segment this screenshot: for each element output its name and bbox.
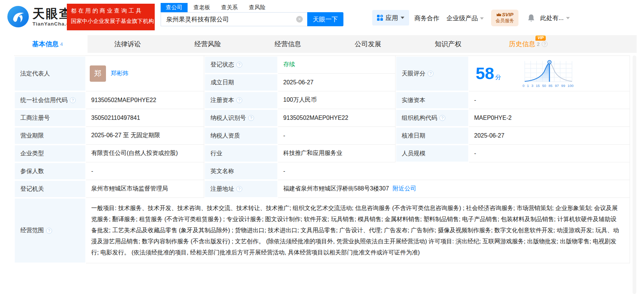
search-input[interactable]: [161, 12, 307, 26]
reg-status-label: 登记状态 ?: [204, 56, 278, 74]
registered-capital-value: 100万人民币: [278, 91, 395, 109]
label-text: 注册地址: [210, 185, 234, 193]
legal-rep-name-link[interactable]: 郑彬炜: [111, 70, 129, 77]
taxpayer-qualification-label: 纳税人资质: [204, 127, 278, 145]
tab-legal-litigation[interactable]: 法律诉讼: [88, 35, 168, 53]
crown-icon: [496, 13, 501, 17]
table-row-reg-status: 登记状态 ? 存续: [204, 56, 395, 74]
svip-member-button[interactable]: SVIP 会员服务: [491, 10, 518, 26]
clear-input-icon[interactable]: ×: [296, 16, 303, 23]
score-number: 58: [476, 65, 494, 82]
taxpayer-id-label: 纳税人识别号 ?: [204, 109, 278, 127]
tick-label: 0: [523, 84, 524, 88]
company-type-label: 企业类型: [14, 145, 86, 162]
table-row-business-term: 营业期限 2025-06-27 至 无固定期限 纳税人资质 - 核准日期 202…: [14, 127, 630, 145]
chevron-down-icon: [566, 17, 570, 19]
search-tab-company[interactable]: 查公司: [161, 3, 188, 12]
search-tab-boss[interactable]: 查老板: [193, 3, 210, 12]
label-text: 营业期限: [20, 132, 44, 140]
tab-operating-risk[interactable]: 经营风险: [168, 35, 248, 53]
tab-basic-info[interactable]: 基本信息 4: [7, 35, 88, 53]
search-tab-risk[interactable]: 查风险: [249, 3, 266, 12]
tab-history-info[interactable]: VIP 历史信息 2 ?: [488, 35, 568, 53]
help-icon[interactable]: ?: [439, 115, 445, 121]
search-tab-relation[interactable]: 查关系: [221, 3, 238, 12]
help-icon[interactable]: ?: [428, 71, 434, 77]
tab-basic-info-count: 4: [60, 41, 63, 47]
scrollbar-track[interactable]: [633, 55, 636, 294]
label-text: 经营范围: [20, 227, 44, 234]
business-scope-label: 经营范围 ?: [14, 198, 86, 263]
paid-in-capital-value: -: [469, 91, 630, 109]
help-icon[interactable]: ?: [70, 97, 76, 103]
help-icon[interactable]: ?: [236, 186, 242, 192]
taxpayer-qualification-value: -: [278, 127, 395, 145]
registered-address-value: 福建省泉州市鲤城区浮桥街588号3楼307 附近公司: [278, 180, 630, 198]
score-value-cell: 58 分: [469, 56, 630, 91]
registered-address-label: 注册地址 ?: [204, 180, 278, 198]
tab-operating-risk-label: 经营风险: [195, 40, 221, 48]
table-row-registration-number: 工商注册号 350502110497841 纳税人识别号 ? 91350502M…: [14, 109, 630, 127]
label-text: 登记状态: [210, 61, 234, 69]
chevron-down-icon: [480, 17, 484, 20]
apps-menu-button[interactable]: 应用: [372, 10, 409, 26]
registered-capital-label: 注册资本 ?: [204, 91, 278, 109]
search-button[interactable]: 天眼一下: [307, 12, 343, 26]
tab-company-development[interactable]: 公司发展: [328, 35, 408, 53]
registry-authority-value: 泉州市鲤城区市场监督管理局: [86, 180, 204, 198]
insured-count-label: 参保人数: [14, 162, 86, 180]
org-code-label: 组织机构代码 ?: [395, 109, 469, 127]
status-established-column: 登记状态 ? 存续 成立日期 2025-06-27: [204, 56, 395, 91]
paid-in-capital-label: 实缴资本: [395, 91, 469, 109]
company-info-table: 法定代表人 郑 郑彬炜 登记状态 ? 存续 成立日期 20: [14, 55, 630, 263]
business-scope-text: 一般项目: 技术服务、技术开发、技术咨询、技术交流、技术转让、技术推广; 组织文…: [86, 198, 630, 263]
industry-label: 行业: [204, 145, 278, 162]
help-icon[interactable]: ?: [248, 115, 254, 121]
label-text: 行业: [210, 150, 222, 158]
chevron-down-icon: [401, 17, 404, 19]
tab-history-info-count: 2: [537, 41, 539, 47]
label-text: 组织机构代码: [402, 114, 437, 122]
label-text: 法定代表人: [20, 70, 50, 78]
tianyancha-logo-icon: [7, 5, 30, 28]
help-icon[interactable]: ?: [46, 228, 52, 234]
nav-business-cooperation[interactable]: 商务合作: [414, 14, 439, 23]
promo-banner: 都在用的商业查询工具 国家中小企业发展子基金旗下机构: [67, 4, 155, 30]
address-text: 福建省泉州市鲤城区浮桥街588号3楼307: [283, 185, 389, 193]
avatar[interactable]: 郑: [90, 65, 106, 82]
help-icon[interactable]: ?: [236, 62, 242, 68]
notification-bell-icon[interactable]: [527, 14, 535, 24]
nearby-companies-link[interactable]: 附近公司: [393, 185, 416, 193]
staff-size-value: -: [469, 145, 630, 162]
english-name-value: -: [278, 162, 630, 180]
established-label: 成立日期: [204, 74, 278, 91]
label-text: 注册资本: [210, 97, 234, 104]
table-row-company-type: 企业类型 有限责任公司(自然人投资或控股) 行业 科技推广和应用服务业 人员规模…: [14, 145, 630, 162]
tick-label: 85: [548, 84, 552, 88]
taxpayer-id-value: 91350502MAEP0HYE22: [278, 109, 395, 127]
tick-label: 50: [542, 84, 546, 88]
vip-badge: VIP: [535, 36, 546, 41]
user-menu[interactable]: 此处有...: [540, 14, 570, 22]
svip-label: SVIP: [502, 12, 514, 17]
reg-status-value: 存续: [278, 56, 395, 74]
tab-operating-info[interactable]: 经营信息: [248, 35, 328, 53]
credit-code-label: 统一社会信用代码 ?: [14, 91, 86, 109]
label-text: 纳税人识别号: [210, 114, 246, 122]
tick-label: 3: [531, 84, 533, 88]
search-input-wrap: ×: [161, 12, 307, 26]
help-icon[interactable]: ?: [236, 97, 242, 103]
help-icon: ?: [542, 41, 548, 47]
table-row-legal-rep: 法定代表人 郑 郑彬炜 登记状态 ? 存续 成立日期 20: [14, 56, 630, 91]
registration-number-value: 350502110497841: [86, 109, 204, 127]
section-tabbar: 基本信息 4 法律诉讼 经营风险 经营信息 公司发展 知识产权 VIP 历史信息…: [7, 35, 637, 53]
approval-date-value: 2025-06-27: [469, 127, 630, 145]
tab-legal-litigation-label: 法律诉讼: [114, 40, 141, 48]
search-tabs: 查公司 查老板 查关系 查风险: [161, 3, 343, 12]
industry-value: 科技推广和应用服务业: [278, 145, 395, 162]
table-row-established: 成立日期 2025-06-27: [204, 74, 395, 91]
nav-enterprise-products[interactable]: 企业级产品: [446, 14, 484, 23]
tab-intellectual-property[interactable]: 知识产权: [408, 35, 488, 53]
company-type-value: 有限责任公司(自然人投资或控股): [86, 145, 204, 162]
approval-date-label: 核准日期: [395, 127, 469, 145]
